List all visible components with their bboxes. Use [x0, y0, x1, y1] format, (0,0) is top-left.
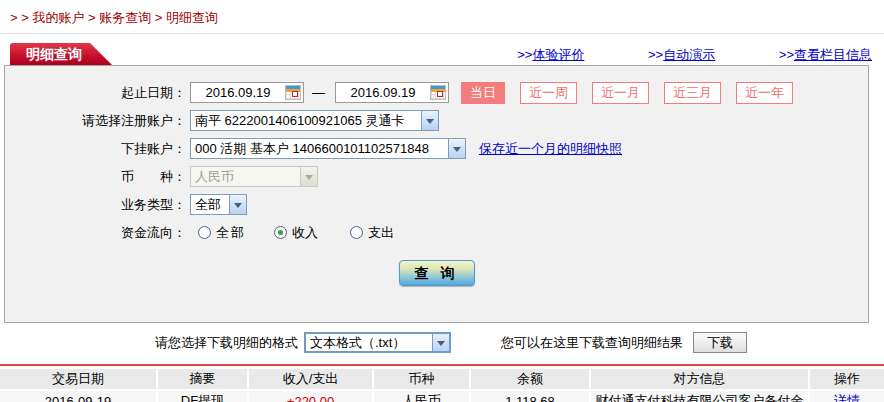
- radio-all[interactable]: [198, 226, 211, 239]
- range-button-week[interactable]: 近一周: [520, 82, 577, 104]
- range-button-quarter[interactable]: 近三月: [664, 82, 721, 104]
- download-format-label: 请您选择下载明细的格式: [155, 334, 298, 352]
- query-form-panel: 起止日期： 2016.09.19 — 2016.09.19 当日 近一周 近一月…: [4, 65, 869, 323]
- download-button[interactable]: 下载: [693, 332, 747, 353]
- flow-label: 资金流向：: [5, 224, 186, 242]
- query-button[interactable]: 查 询: [399, 260, 475, 286]
- detail-link[interactable]: 详情: [834, 393, 860, 402]
- cell-date: 2016-09-19: [0, 390, 157, 402]
- col-header-counterparty: 对方信息: [590, 369, 809, 390]
- biz-type-row: 业务类型： 全部: [5, 194, 868, 215]
- link-prefix: >>: [517, 47, 532, 62]
- link-view-column-info[interactable]: >>查看栏目信息: [779, 47, 872, 62]
- register-account-row: 请选择注册账户： 南平 6222001406100921065 灵通卡: [5, 110, 868, 131]
- sub-account-select[interactable]: 000 活期 基本户 1406600101102571848: [190, 138, 466, 159]
- link-prefix: >>: [648, 47, 663, 62]
- link-experience-eval[interactable]: >>体验评价: [517, 47, 584, 62]
- register-account-select[interactable]: 南平 6222001406100921065 灵通卡: [190, 110, 439, 131]
- sub-account-label: 下挂账户：: [5, 140, 186, 158]
- table-top-rule: [0, 364, 884, 366]
- range-button-today[interactable]: 当日: [461, 82, 505, 104]
- register-account-value: 南平 6222001406100921065 灵通卡: [191, 112, 421, 130]
- date-separator: —: [312, 85, 325, 100]
- col-header-currency: 币种: [373, 369, 470, 390]
- date-range-row: 起止日期： 2016.09.19 — 2016.09.19 当日 近一周 近一月…: [5, 82, 868, 103]
- calendar-icon[interactable]: [285, 85, 301, 100]
- currency-select: 人民币: [190, 166, 318, 187]
- cell-action: 详情: [809, 390, 884, 402]
- save-snapshot-link[interactable]: 保存近一个月的明细快照: [479, 140, 622, 158]
- currency-value: 人民币: [191, 168, 300, 186]
- cell-amount: +220.00: [248, 390, 373, 402]
- range-button-year[interactable]: 近一年: [736, 82, 793, 104]
- breadcrumb-prefix: > >: [10, 10, 32, 25]
- flow-option-income-label: 收入: [292, 225, 318, 240]
- download-format-value: 文本格式（.txt）: [306, 334, 432, 352]
- cell-counterparty: 财付通支付科技有限公司客户备付金: [590, 390, 809, 402]
- col-header-action: 操作: [809, 369, 884, 390]
- flow-option-all-label: 全部: [216, 225, 246, 240]
- breadcrumb-separator: >: [84, 10, 99, 25]
- table-header-row: 交易日期 摘要 收入/支出 币种 余额 对方信息 操作: [0, 369, 884, 390]
- chevron-down-icon: [229, 195, 246, 214]
- tab-detail-query[interactable]: 明细查询: [10, 43, 112, 65]
- date-to-value: 2016.09.19: [336, 85, 430, 100]
- col-header-date: 交易日期: [0, 369, 157, 390]
- download-format-select[interactable]: 文本格式（.txt）: [304, 332, 451, 353]
- cell-currency: 人民币: [373, 390, 470, 402]
- cell-summary: DF提现: [157, 390, 248, 402]
- register-account-label: 请选择注册账户：: [5, 112, 186, 130]
- date-range-label: 起止日期：: [5, 84, 186, 102]
- flow-row: 资金流向： 全部 收入 支出: [5, 222, 868, 243]
- flow-option-expense[interactable]: 支出: [350, 224, 394, 242]
- sub-account-row: 下挂账户： 000 活期 基本户 1406600101102571848 保存近…: [5, 138, 868, 159]
- col-header-amount: 收入/支出: [248, 369, 373, 390]
- breadcrumb-separator: >: [151, 10, 166, 25]
- biz-type-value: 全部: [191, 196, 229, 214]
- radio-expense[interactable]: [350, 226, 363, 239]
- query-button-row: 查 询: [5, 260, 868, 286]
- flow-option-expense-label: 支出: [368, 225, 394, 240]
- biz-type-select[interactable]: 全部: [190, 194, 247, 215]
- currency-row: 币 种： 人民币: [5, 166, 868, 187]
- download-hint: 您可以在这里下载查询明细结果: [501, 334, 683, 352]
- breadcrumb-item-my-account[interactable]: 我的账户: [32, 10, 84, 25]
- sub-account-value: 000 活期 基本户 1406600101102571848: [191, 140, 448, 158]
- col-header-balance: 余额: [470, 369, 590, 390]
- link-prefix: >>: [779, 47, 794, 62]
- top-links: >>体验评价 >>自动演示 >>查看栏目信息: [457, 46, 872, 64]
- transactions-table: 交易日期 摘要 收入/支出 币种 余额 对方信息 操作 2016-09-19 D…: [0, 369, 884, 402]
- chevron-down-icon: [300, 167, 317, 186]
- tab-bar: 明细查询 >>体验评价 >>自动演示 >>查看栏目信息: [0, 34, 884, 65]
- flow-option-income[interactable]: 收入: [274, 224, 318, 242]
- download-row: 请您选择下载明细的格式 文本格式（.txt） 您可以在这里下载查询明细结果 下载: [155, 330, 884, 355]
- chevron-down-icon: [448, 139, 465, 158]
- radio-income[interactable]: [274, 226, 287, 239]
- date-to-input[interactable]: 2016.09.19: [335, 82, 449, 103]
- breadcrumb-item-account-query[interactable]: 账务查询: [99, 10, 151, 25]
- chevron-down-icon: [432, 334, 449, 351]
- cell-balance: 1,118.68: [470, 390, 590, 402]
- breadcrumb: > > 我的账户 > 账务查询 > 明细查询: [0, 0, 884, 34]
- biz-type-label: 业务类型：: [5, 196, 186, 214]
- link-auto-demo[interactable]: >>自动演示: [648, 47, 715, 62]
- range-button-month[interactable]: 近一月: [592, 82, 649, 104]
- table-row: 2016-09-19 DF提现 +220.00 人民币 1,118.68 财付通…: [0, 390, 884, 402]
- chevron-down-icon: [421, 111, 438, 130]
- calendar-icon[interactable]: [430, 85, 446, 100]
- col-header-summary: 摘要: [157, 369, 248, 390]
- breadcrumb-item-detail-query[interactable]: 明细查询: [166, 10, 218, 25]
- date-from-value: 2016.09.19: [191, 85, 285, 100]
- date-from-input[interactable]: 2016.09.19: [190, 82, 304, 103]
- flow-option-all[interactable]: 全部: [198, 224, 246, 242]
- currency-label: 币 种：: [5, 168, 186, 186]
